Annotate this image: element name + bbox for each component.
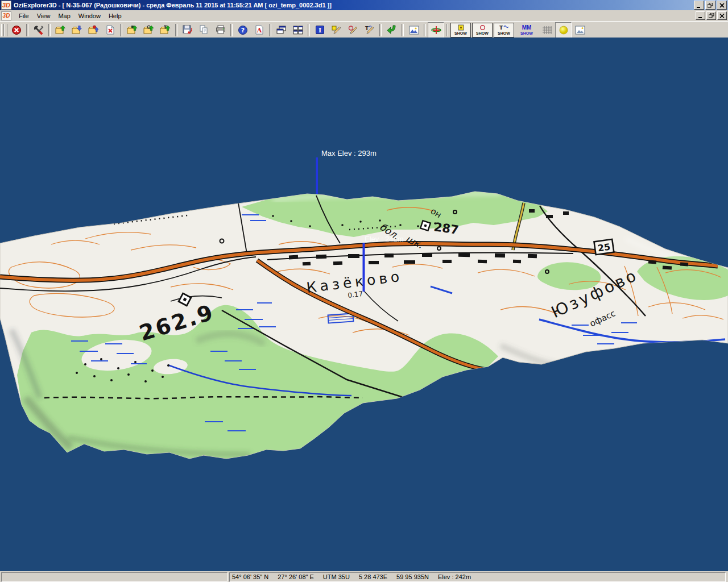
import-map-button[interactable] (69, 22, 85, 38)
event-pencil-icon (348, 25, 358, 35)
background-picture-icon (575, 26, 585, 35)
copy-icon (199, 25, 209, 35)
status-utm-zone: UTM 35U (323, 573, 350, 580)
delete-file-button[interactable] (102, 22, 118, 38)
show-map-markers-toggle[interactable]: MM SHOW (517, 23, 536, 37)
track-pencil-icon: T (365, 25, 375, 35)
window-title: OziExplorer3D - [ N-35-067 (Радошковичи)… (14, 2, 693, 9)
floppy-save-icon (183, 25, 193, 35)
child-close-icon (719, 14, 725, 18)
find-map-button[interactable] (140, 22, 157, 38)
waypoint-pencil-icon (332, 25, 342, 35)
tile-icon (293, 26, 303, 35)
max-elevation-label: Max Elev : 293m (321, 149, 377, 157)
return-arrow-icon (387, 25, 397, 35)
cursor-elevation-label: Elev : 242m (365, 235, 404, 243)
track-symbol-icon: T (499, 24, 508, 31)
title-bar: 3D OziExplorer3D - [ N-35-067 (Радошкови… (0, 0, 728, 10)
svg-text:25: 25 (597, 242, 611, 254)
map-3d-view[interactable]: 262.9 287 Казёково 0.17 Юзуфово офасс бо… (0, 38, 728, 571)
page-delete-icon (106, 25, 115, 35)
child-minimize-icon (698, 14, 703, 18)
grid-toggle-button[interactable] (539, 22, 555, 38)
cascade-windows-button[interactable] (273, 22, 289, 38)
position-marker-toggle[interactable] (428, 22, 444, 38)
event-properties-button[interactable] (345, 22, 361, 38)
printer-icon (216, 25, 226, 35)
lighting-toggle-button[interactable] (555, 22, 572, 38)
load-waypoints-button[interactable] (85, 22, 102, 38)
font-settings-button[interactable]: A (251, 22, 267, 38)
child-restore-icon (709, 13, 714, 18)
folder-down-icon (72, 25, 82, 35)
child-window-3d-icon: 3D (1, 11, 11, 20)
toolbar-grip[interactable] (5, 24, 7, 36)
folder-waypoint-icon (88, 25, 99, 35)
save-image-button[interactable] (179, 22, 196, 38)
folder-up-icon (55, 25, 66, 35)
background-image-button[interactable] (572, 22, 588, 38)
help-button[interactable]: ? (234, 22, 251, 38)
restore-button[interactable] (705, 1, 715, 10)
child-restore-button[interactable] (706, 11, 716, 20)
show-tracks-toggle[interactable]: T SHOW (494, 23, 514, 38)
show-map-markers-label: SHOW (520, 31, 533, 35)
map-image-button[interactable] (406, 22, 422, 38)
status-longitude: 27° 26' 08" E (278, 573, 314, 580)
restore-icon (708, 3, 713, 8)
menu-help[interactable]: Help (105, 11, 126, 20)
oziexplorer3d-window: 3D OziExplorer3D - [ N-35-067 (Радошкови… (0, 0, 728, 582)
toolbar-grip[interactable] (1, 24, 4, 36)
copy-image-button[interactable] (196, 22, 212, 38)
max-elevation-marker: Max Elev : 293m (316, 149, 377, 194)
track-properties-button[interactable]: T (361, 22, 378, 38)
status-latitude: 54° 06' 35" N (232, 573, 268, 580)
menu-file[interactable]: File (15, 11, 33, 20)
close-button[interactable] (717, 1, 727, 10)
cascade-icon (276, 26, 287, 35)
svg-text:A: A (256, 27, 262, 34)
load-track-file-button[interactable] (157, 22, 173, 38)
status-easting: 5 28 473E (359, 573, 387, 580)
position-crosshair-icon (431, 26, 442, 35)
return-arrow-button[interactable] (383, 22, 400, 38)
child-minimize-button[interactable] (696, 11, 705, 20)
app-3d-icon: 3D (1, 1, 11, 10)
svg-text:?: ? (241, 27, 244, 34)
print-button[interactable] (212, 22, 229, 38)
event-symbol-icon (479, 24, 486, 31)
font-icon: A (255, 25, 264, 35)
minimize-button[interactable] (694, 1, 704, 10)
load-dem-button[interactable] (124, 22, 140, 38)
exit-icon (11, 25, 22, 35)
tile-windows-button[interactable] (289, 22, 306, 38)
terrain-scene: 262.9 287 Казёково 0.17 Юзуфово офасс бо… (0, 38, 728, 571)
menu-map[interactable]: Map (54, 11, 74, 20)
show-waypoints-toggle[interactable]: SHOW (450, 23, 471, 38)
info-icon: I (315, 25, 325, 35)
load-map-button[interactable] (52, 22, 69, 38)
settings-button[interactable] (30, 22, 47, 38)
show-waypoints-label: SHOW (454, 31, 467, 35)
tools-icon (34, 25, 44, 35)
map-information-button[interactable]: I (312, 22, 328, 38)
sun-ball-icon (559, 25, 569, 35)
menu-window[interactable]: Window (75, 11, 105, 20)
grid-icon (542, 26, 552, 35)
child-close-button[interactable] (717, 11, 727, 20)
status-bar: 54° 06' 35" N 27° 26' 08" E UTM 35U 5 28… (0, 571, 728, 582)
menu-view[interactable]: View (33, 11, 55, 20)
svg-text:I: I (318, 27, 321, 34)
status-position-panel: 54° 06' 35" N 27° 26' 08" E UTM 35U 5 28… (229, 572, 726, 582)
show-events-label: SHOW (476, 31, 489, 35)
show-events-toggle[interactable]: SHOW (472, 23, 493, 38)
exit-toolbar-button[interactable] (8, 22, 24, 38)
minimize-icon (696, 3, 702, 8)
main-toolbar: ? A (0, 21, 728, 39)
waypoint-properties-button[interactable] (328, 22, 345, 38)
picture-icon (409, 26, 419, 35)
svg-text:T: T (499, 25, 503, 31)
road-number-sign: 25 (594, 239, 614, 255)
status-elevation: Elev : 242m (438, 573, 471, 580)
folder-dem-icon (127, 25, 138, 35)
